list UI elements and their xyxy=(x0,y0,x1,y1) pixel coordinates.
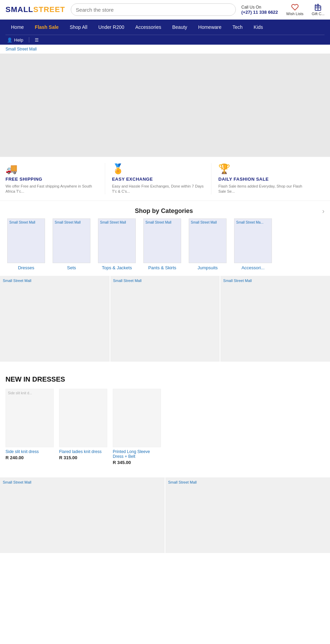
category-accessories-label: Accessori... xyxy=(241,265,264,270)
category-tops-jackets[interactable]: Small Street Mall Tops & Jackets xyxy=(96,218,138,270)
shipping-icon: 🚚 xyxy=(6,163,98,174)
nav-item-shop-all[interactable]: Shop All xyxy=(64,20,93,35)
sale-icon: 🏆 xyxy=(218,163,311,174)
gift-icon xyxy=(314,3,322,11)
nav-menu-icon[interactable]: ☰ xyxy=(35,37,39,43)
nav-item-under-r200[interactable]: Under R200 xyxy=(93,20,130,35)
bottom-banner-1-text: Small Street Mall xyxy=(3,480,31,484)
category-tops-img: Small Street Mall xyxy=(98,218,136,263)
menu-icon: ☰ xyxy=(35,37,39,43)
product-side-slit-img: Side slit knit d... xyxy=(6,389,54,447)
products-row: Side slit knit d... Side slit knit dress… xyxy=(6,389,324,465)
category-dresses-img: Small Street Mall xyxy=(7,218,45,263)
category-pants-img: Small Street Mall xyxy=(143,218,181,263)
bottom-banners: Small Street Mall Small Street Mall xyxy=(0,471,330,553)
nav-item-flash-sale[interactable]: Flash Sale xyxy=(29,20,64,35)
category-dresses[interactable]: Small Street Mall Dresses xyxy=(6,218,47,270)
wish-lists-button[interactable]: Wish Lists xyxy=(286,3,304,16)
nav-help[interactable]: 👤 Help xyxy=(7,37,23,43)
product-flared-price: R 315.00 xyxy=(59,455,107,460)
nav-item-homeware[interactable]: Homeware xyxy=(193,20,227,35)
breadcrumb-text[interactable]: Small Street Mall xyxy=(6,47,37,52)
feature-free-shipping: 🚚 FREE SHIPPING We offer Free and Fast s… xyxy=(6,163,105,194)
banner-card-3-text: Small Street Mall xyxy=(223,279,252,283)
category-jumpsuits-label: Jumpsuits xyxy=(198,265,218,270)
gift-label: Gift C... xyxy=(312,12,324,16)
breadcrumb: Small Street Mall xyxy=(0,45,330,54)
category-sets-img: Small Street Mall xyxy=(53,218,90,263)
product-flared-img xyxy=(59,389,107,447)
banner-card-2-text: Small Street Mall xyxy=(113,279,142,283)
shipping-desc: We offer Free and Fast shipping Anywhere… xyxy=(6,184,98,194)
categories-header: Shop by Categories › xyxy=(0,201,330,218)
navigation: Home Flash Sale Shop All Under R200 Acce… xyxy=(0,20,330,45)
feature-bar: 🚚 FREE SHIPPING We offer Free and Fast s… xyxy=(0,157,330,201)
banner-image xyxy=(0,54,330,157)
product-printed-name: Printed Long Sleeve Dress + Belt xyxy=(113,449,161,459)
category-jumpsuits[interactable]: Small Street Mall Jumpsuits xyxy=(187,218,228,270)
banner-card-1-text: Small Street Mall xyxy=(3,279,31,283)
call-label: Call Us On xyxy=(241,5,278,10)
category-pants-label: Pants & Skirts xyxy=(148,265,176,270)
logo[interactable]: SMALLSTREET xyxy=(6,5,65,14)
category-dresses-label: Dresses xyxy=(18,265,34,270)
call-info: Call Us On (+27) 11 338 6622 xyxy=(241,5,278,15)
bottom-banner-1[interactable]: Small Street Mall xyxy=(0,477,165,553)
shipping-title: FREE SHIPPING xyxy=(6,177,98,182)
category-sets[interactable]: Small Street Mall Sets xyxy=(51,218,92,270)
search-wrap xyxy=(71,3,236,16)
nav-item-kids[interactable]: Kids xyxy=(248,20,268,35)
feature-daily-sale: 🏆 DAILY FASHION SALE Flash Sale items ad… xyxy=(218,163,318,194)
nav-item-tech[interactable]: Tech xyxy=(227,20,248,35)
person-icon: 👤 xyxy=(7,37,12,43)
categories-title: Shop by Categories xyxy=(6,207,322,215)
product-printed-price: R 345.00 xyxy=(113,460,161,465)
logo-small: SMALL xyxy=(6,5,33,14)
bottom-banner-2-text: Small Street Mall xyxy=(168,480,197,484)
category-sets-label: Sets xyxy=(67,265,76,270)
exchange-icon: 🏅 xyxy=(112,163,205,174)
categories-arrow-right[interactable]: › xyxy=(322,207,324,215)
header-right: Call Us On (+27) 11 338 6622 Wish Lists … xyxy=(241,3,324,16)
category-tops-label: Tops & Jackets xyxy=(102,265,132,270)
search-bar xyxy=(71,3,236,16)
product-flared[interactable]: Flared ladies knit dress R 315.00 xyxy=(59,389,107,465)
nav-main: Home Flash Sale Shop All Under R200 Acce… xyxy=(6,20,324,35)
logo-street: STREET xyxy=(33,5,65,14)
bottom-banner-2[interactable]: Small Street Mall xyxy=(165,477,330,553)
banner-card-1[interactable]: Small Street Mall xyxy=(0,276,110,362)
category-accessories-img: Small Street Ma... xyxy=(234,218,272,263)
product-side-slit-price: R 240.00 xyxy=(6,455,54,460)
categories-row: Small Street Mall Dresses Small Street M… xyxy=(0,218,330,276)
banner-card-3[interactable]: Small Street Mall xyxy=(220,276,330,362)
nav-item-accessories[interactable]: Accessories xyxy=(130,20,167,35)
nav-item-beauty[interactable]: Beauty xyxy=(167,20,193,35)
category-accessories[interactable]: Small Street Ma... Accessori... xyxy=(232,218,274,270)
sale-title: DAILY FASHION SALE xyxy=(218,177,311,182)
phone-number: (+27) 11 338 6622 xyxy=(241,10,278,15)
search-input[interactable] xyxy=(76,7,231,13)
product-printed[interactable]: Printed Long Sleeve Dress + Belt R 345.0… xyxy=(113,389,161,465)
banner-cards-row: Small Street Mall Small Street Mall Smal… xyxy=(0,276,330,367)
nav-item-home[interactable]: Home xyxy=(6,20,29,35)
product-side-slit-name: Side slit knit dress xyxy=(6,449,54,454)
gift-button[interactable]: Gift C... xyxy=(312,3,324,16)
product-flared-name: Flared ladies knit dress xyxy=(59,449,107,454)
product-printed-img xyxy=(113,389,161,447)
heart-icon xyxy=(291,3,299,11)
hero-banner xyxy=(0,54,330,157)
exchange-desc: Easy and Hassle Free Exchanges, Done wit… xyxy=(112,184,205,194)
sale-desc: Flash Sale items added Everyday, Shop ou… xyxy=(218,184,311,194)
product-side-slit[interactable]: Side slit knit d... Side slit knit dress… xyxy=(6,389,54,465)
header: SMALLSTREET Call Us On (+27) 11 338 6622… xyxy=(0,0,330,20)
category-jumpsuits-img: Small Street Mall xyxy=(189,218,227,263)
new-in-dresses-section: NEW IN DRESSES Side slit knit d... Side … xyxy=(0,367,330,471)
new-dresses-title: NEW IN DRESSES xyxy=(6,375,324,383)
help-label: Help xyxy=(14,37,23,43)
banner-card-2[interactable]: Small Street Mall xyxy=(110,276,220,362)
category-pants-skirts[interactable]: Small Street Mall Pants & Skirts xyxy=(142,218,183,270)
exchange-title: EASY EXCHANGE xyxy=(112,177,205,182)
wish-lists-label: Wish Lists xyxy=(286,12,304,16)
nav-secondary: 👤 Help ☰ xyxy=(6,35,324,45)
feature-easy-exchange: 🏅 EASY EXCHANGE Easy and Hassle Free Exc… xyxy=(112,163,212,194)
